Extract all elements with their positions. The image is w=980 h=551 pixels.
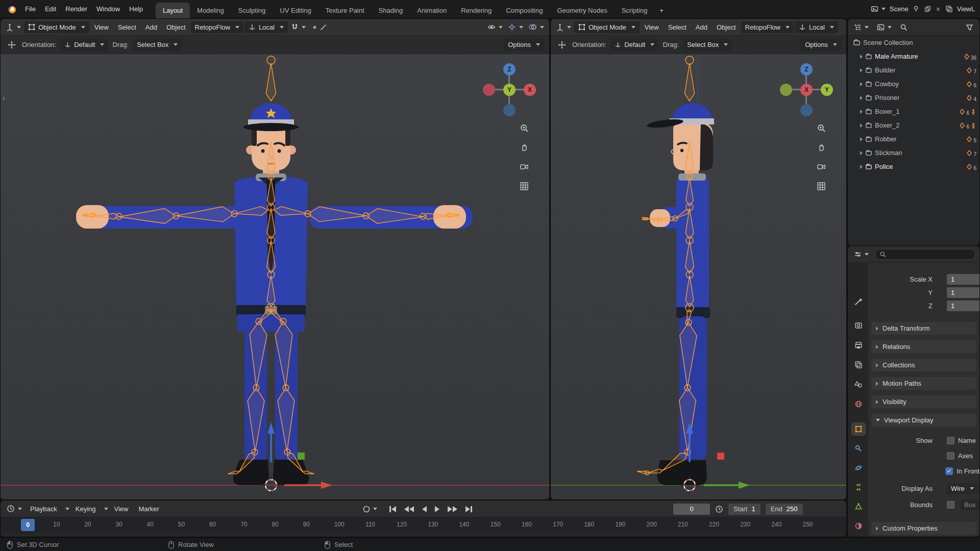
show-axes-checkbox[interactable]: [947, 452, 954, 460]
outliner-search-icon[interactable]: [898, 22, 910, 33]
jump-to-end-button[interactable]: [464, 505, 474, 514]
close-scene-icon[interactable]: ×: [935, 4, 941, 14]
tab-sculpting[interactable]: Sculpting: [231, 3, 273, 18]
bounds-checkbox[interactable]: [947, 501, 954, 509]
navigation-gizmo[interactable]: Z X Y: [780, 63, 833, 116]
axis-z-positive[interactable]: Z: [503, 63, 516, 76]
outliner-row-scene-collection[interactable]: Scene Collection: [848, 36, 979, 49]
menu-view[interactable]: View: [641, 21, 663, 33]
menu-window[interactable]: Window: [92, 3, 125, 15]
grid-toggle-icon[interactable]: [815, 180, 828, 193]
blender-logo-icon[interactable]: [6, 4, 17, 15]
add-workspace-button[interactable]: +: [654, 3, 669, 18]
section-motion-paths[interactable]: Motion Paths: [871, 377, 976, 390]
properties-editor-type-icon[interactable]: [852, 249, 871, 260]
zoom-icon[interactable]: [518, 121, 531, 135]
axis-x-positive[interactable]: X: [800, 84, 813, 96]
outliner-row-active[interactable]: Police 6: [848, 160, 979, 173]
outliner-row[interactable]: Male Armature 36: [848, 49, 979, 63]
section-delta-transform[interactable]: Delta Transform: [871, 322, 976, 335]
view-layer-name[interactable]: ViewL: [957, 5, 975, 13]
duplicate-scene-icon[interactable]: [923, 5, 932, 13]
view-layer-properties-tab[interactable]: [852, 359, 865, 371]
timeline-ruler[interactable]: 1020304050607080901001101201301401501601…: [1, 517, 846, 533]
zoom-icon[interactable]: [815, 121, 828, 135]
play-reverse-button[interactable]: [421, 505, 428, 514]
tab-uv-editing[interactable]: UV Editing: [273, 3, 318, 18]
options-dropdown[interactable]: Options: [801, 39, 841, 51]
mode-selector[interactable]: Object Mode: [574, 21, 640, 33]
menu-select[interactable]: Select: [114, 21, 140, 33]
tab-geometry-nodes[interactable]: Geometry Nodes: [550, 3, 614, 18]
clock-icon[interactable]: [715, 505, 723, 513]
object-properties-tab[interactable]: [852, 423, 865, 435]
constraint-properties-tab[interactable]: [852, 481, 865, 493]
viewport-canvas-side[interactable]: Z X Y: [551, 54, 846, 499]
end-frame-field[interactable]: End 250: [766, 504, 803, 515]
axis-x-positive[interactable]: X: [524, 84, 536, 96]
outliner-row[interactable]: Robber 5: [848, 132, 979, 146]
camera-view-icon[interactable]: [518, 160, 531, 173]
section-relations[interactable]: Relations: [871, 340, 976, 353]
scene-icon[interactable]: [870, 4, 887, 14]
tab-scripting[interactable]: Scripting: [615, 3, 655, 18]
menu-object[interactable]: Object: [713, 21, 740, 33]
tool-properties-tab[interactable]: [852, 295, 865, 308]
scale-y-field[interactable]: 1: [947, 287, 979, 298]
mode-selector[interactable]: Object Mode: [24, 21, 89, 33]
orientation-default-dropdown[interactable]: Default: [60, 39, 108, 51]
scene-properties-tab[interactable]: [852, 378, 865, 390]
active-tool-icon[interactable]: [556, 39, 568, 51]
camera-view-icon[interactable]: [815, 160, 828, 173]
view-layer-icon[interactable]: [944, 4, 954, 14]
expand-icon[interactable]: [860, 55, 863, 59]
scene-name[interactable]: Scene: [890, 5, 909, 13]
playhead[interactable]: 0: [21, 519, 35, 531]
menu-help[interactable]: Help: [125, 3, 148, 15]
expand-icon[interactable]: [860, 151, 863, 155]
menu-timeline-view[interactable]: View: [110, 503, 133, 515]
expand-icon[interactable]: [860, 110, 863, 114]
drag-mode-dropdown[interactable]: Select Box: [133, 39, 182, 51]
timeline-editor-type-icon[interactable]: [5, 503, 24, 514]
outliner-editor-type-icon[interactable]: [852, 22, 871, 33]
scale-handle[interactable]: [298, 453, 305, 460]
tab-texture-paint[interactable]: Texture Paint: [318, 3, 372, 18]
scale-handle[interactable]: [717, 453, 724, 460]
axis-z-positive[interactable]: Z: [800, 63, 813, 76]
menu-marker[interactable]: Marker: [134, 503, 163, 515]
auto-keying-record-icon[interactable]: [361, 504, 379, 515]
material-properties-tab[interactable]: [852, 520, 865, 532]
menu-add[interactable]: Add: [692, 21, 712, 33]
object-data-properties-tab[interactable]: [852, 500, 865, 513]
modifier-properties-tab[interactable]: [852, 442, 865, 455]
world-properties-tab[interactable]: [852, 398, 865, 410]
overlays-toggle[interactable]: [526, 21, 546, 33]
scale-z-field[interactable]: 1: [947, 300, 979, 311]
tab-modeling[interactable]: Modeling: [190, 3, 231, 18]
show-gizmo-dropdown[interactable]: [485, 21, 505, 33]
grid-toggle-icon[interactable]: [518, 180, 531, 193]
menu-object[interactable]: Object: [162, 21, 190, 33]
expand-icon[interactable]: [860, 165, 863, 169]
start-frame-field[interactable]: Start 1: [728, 504, 761, 515]
tab-compositing[interactable]: Compositing: [499, 3, 550, 18]
outliner-row[interactable]: Cowboy 6: [848, 77, 979, 91]
editor-type-icon[interactable]: [554, 21, 573, 33]
filter-funnel-icon[interactable]: [964, 22, 975, 33]
display-as-dropdown[interactable]: Wire: [947, 483, 979, 494]
tab-animation[interactable]: Animation: [410, 3, 454, 18]
outliner-display-mode-icon[interactable]: [875, 22, 894, 33]
pan-hand-icon[interactable]: [518, 141, 531, 154]
menu-edit[interactable]: Edit: [40, 3, 61, 15]
timeline-scroll-strip[interactable]: [1, 533, 846, 537]
play-button[interactable]: [433, 505, 441, 514]
section-viewport-display[interactable]: Viewport Display: [871, 414, 976, 427]
axis-z-negative[interactable]: [800, 104, 813, 116]
properties-search-input[interactable]: [875, 249, 975, 260]
expand-icon[interactable]: [860, 68, 863, 72]
pan-hand-icon[interactable]: [815, 141, 828, 154]
snap-magnet-icon[interactable]: [289, 22, 308, 33]
expand-icon[interactable]: [860, 96, 863, 100]
outliner-row[interactable]: Stickman 7: [848, 146, 979, 160]
